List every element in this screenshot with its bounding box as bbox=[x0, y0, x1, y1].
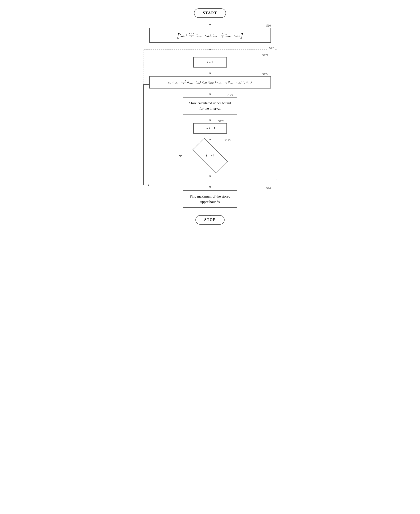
svg-marker-3 bbox=[148, 184, 150, 186]
s125-label: S125 bbox=[225, 139, 231, 142]
s125-diamond-wrapper: i = n? No bbox=[191, 142, 229, 169]
arrow-s12-s14 bbox=[210, 180, 210, 187]
s122-formula-box: pUU (ξmin + i − 1 n (ξmax − ξmin), σMM, … bbox=[149, 76, 271, 89]
arrow-s123-s124 bbox=[210, 114, 210, 120]
s124-label: S124 bbox=[218, 120, 224, 123]
bracket-close: ] bbox=[240, 32, 243, 38]
s125-diamond-label: i = n? bbox=[206, 154, 214, 158]
arrow-start-s10 bbox=[210, 18, 210, 24]
s14-label: S14 bbox=[266, 187, 271, 190]
s123-box: Store calculated upper bound for the int… bbox=[183, 97, 237, 114]
arrow-s14-stop bbox=[210, 208, 210, 215]
s122-formula: pUU (ξmin + i − 1 n (ξmax − ξmin), σMM, … bbox=[168, 80, 252, 85]
bracket-open: [ bbox=[177, 32, 180, 38]
s123-label: S123 bbox=[227, 94, 233, 97]
s121-box: i = 1 bbox=[193, 57, 227, 68]
start-node: START bbox=[194, 8, 226, 18]
arrow-s10-s12 bbox=[210, 43, 210, 49]
s10-formula-box: [ ξmin + i − 1 n (ξmax − ξmin), ξmin + i… bbox=[149, 28, 271, 43]
s10-label: S10 bbox=[266, 24, 271, 28]
arrow-s125-down bbox=[210, 169, 210, 176]
arrow-s122-s123 bbox=[210, 89, 210, 94]
s124-box: i = i + 1 bbox=[193, 123, 227, 134]
s122-label: S122 bbox=[262, 73, 268, 76]
s122-loop-area: pUU (ξmin + i − 1 n (ξmax − ξmin), σMM, … bbox=[150, 76, 270, 176]
s121-label: S121 bbox=[262, 54, 268, 57]
no-label: No bbox=[179, 154, 182, 158]
s10-formula: [ ξmin + i − 1 n (ξmax − ξmin), ξmin + i… bbox=[177, 32, 243, 38]
arrow-s124-s125 bbox=[210, 134, 210, 139]
s12-group: S12 S121 i = 1 S122 pUU (ξmi bbox=[143, 49, 277, 180]
flowchart: START S10 [ ξmin + i − 1 n (ξmax − ξmin)… bbox=[137, 8, 284, 225]
s12-label: S12 bbox=[268, 46, 275, 50]
s14-box: Find maximum of the stored upper bounds bbox=[183, 190, 237, 208]
loop-back-svg bbox=[143, 76, 150, 176]
arrow-s121-s122 bbox=[210, 68, 210, 73]
